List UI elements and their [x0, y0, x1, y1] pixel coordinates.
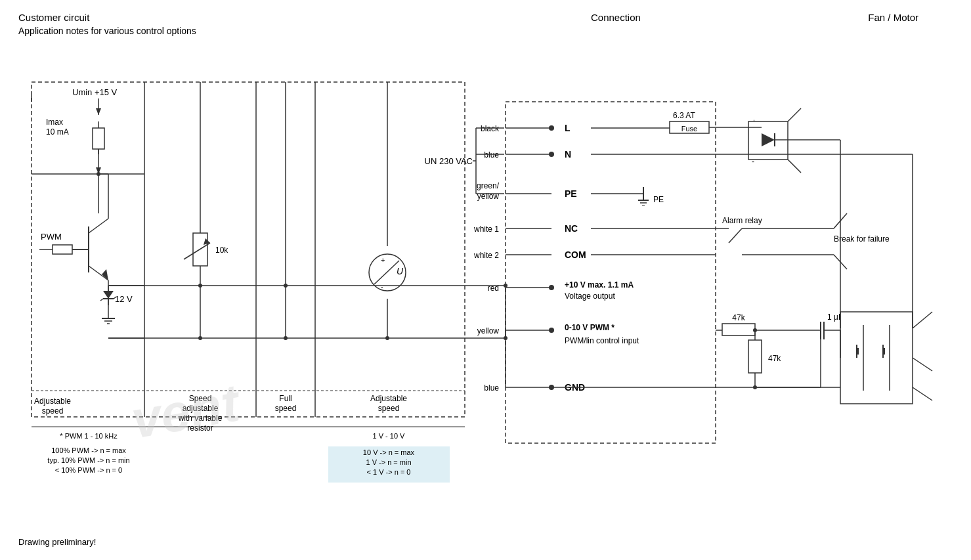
svg-point-24	[97, 172, 100, 176]
col4-label2: speed	[378, 404, 400, 413]
svg-rect-59	[506, 102, 716, 443]
r47k2-label: 47k	[768, 354, 781, 363]
svg-rect-124	[840, 312, 913, 404]
svg-line-132	[913, 358, 932, 371]
wire-black: black	[481, 124, 500, 133]
svg-point-54	[198, 336, 202, 340]
volt-minus: -	[381, 282, 383, 290]
wire-red: red	[488, 284, 499, 293]
svg-line-98	[788, 160, 801, 173]
col2-label3: with variable	[178, 414, 223, 423]
page-title: Customer circuit	[18, 12, 196, 23]
pin-pwm: 0-10 V PWM *	[565, 323, 615, 332]
pin-10v: +10 V max. 1.1 mA	[565, 280, 634, 290]
page-container: Customer circuit Application notes for v…	[0, 0, 971, 560]
svg-point-52	[198, 284, 202, 288]
col1-detail1: 100% PWM -> n = max	[51, 446, 126, 454]
u-label: U	[397, 266, 404, 276]
break-failure-label: Break for failure	[834, 234, 890, 244]
diode-minus: -	[752, 157, 754, 166]
col4-note: 1 V - 10 V	[373, 432, 406, 440]
voltage-output-label: Voltage output	[565, 291, 615, 301]
page-subtitle: Application notes for various control op…	[18, 26, 196, 36]
svg-line-133	[913, 387, 932, 400]
fuse-rating: 6.3 AT	[673, 111, 695, 120]
svg-point-56	[385, 336, 389, 340]
alarm-relay-label: Alarm relay	[722, 216, 762, 225]
r47k1-label: 47k	[732, 313, 745, 322]
svg-point-53	[284, 284, 288, 288]
svg-rect-113	[748, 340, 762, 373]
title-section: Customer circuit Application notes for v…	[18, 12, 196, 36]
col1-note: * PWM 1 - 10 kHz	[60, 432, 118, 440]
imax-value: 10 mA	[46, 127, 69, 137]
svg-marker-7	[96, 108, 101, 115]
pin-PE: PE	[565, 188, 577, 199]
col1-detail3: < 10% PWM -> n = 0	[55, 466, 122, 474]
v12-label: 12 V	[115, 294, 133, 304]
svg-point-61	[549, 125, 554, 131]
wire-green1: green/	[477, 181, 500, 190]
r10k-label: 10k	[215, 246, 228, 255]
svg-point-55	[284, 336, 288, 340]
col3-label2: speed	[275, 404, 297, 413]
col3-label1: Full	[279, 394, 291, 403]
pin-NC: NC	[565, 223, 578, 234]
svg-point-68	[549, 285, 554, 290]
wire-yellow2: yellow	[477, 326, 500, 335]
svg-marker-27	[103, 291, 114, 299]
svg-line-29	[100, 299, 103, 301]
pwm-control-label: PWM/lin control input	[565, 336, 639, 345]
pin-L: L	[565, 123, 571, 133]
volt-plus: +	[381, 256, 385, 264]
pin-COM: COM	[565, 249, 586, 260]
col1-detail2: typ. 10% PWM -> n = min	[47, 456, 129, 464]
svg-point-63	[549, 152, 554, 157]
svg-point-70	[549, 328, 554, 333]
svg-line-19	[89, 219, 108, 233]
col2-label2: adjustable	[183, 404, 219, 413]
col4-detail2: 1 V -> n = min	[366, 458, 411, 466]
un-label: UN 230 VAC	[425, 156, 473, 166]
wire-white1: white 1	[473, 225, 499, 234]
svg-line-97	[788, 108, 801, 121]
wire-white2: white 2	[473, 251, 499, 260]
svg-rect-110	[722, 324, 755, 335]
drawing-note: Drawing preliminary!	[18, 537, 96, 547]
pe-label: PE	[653, 195, 664, 204]
fan-motor-label: Fan / Motor	[868, 12, 918, 23]
wire-yellow: yellow	[477, 192, 500, 201]
svg-rect-9	[93, 128, 104, 149]
svg-marker-21	[102, 269, 108, 280]
imax-label: Imax	[46, 118, 63, 127]
pwm-label: PWM	[41, 232, 62, 242]
col2-label4: resistor	[187, 423, 213, 433]
wire-blue-n: blue	[484, 150, 499, 160]
col1-label: Adjustable	[34, 397, 71, 406]
circuit-diagram: Umin +15 V Imax 10 mA PWM	[13, 36, 959, 535]
svg-point-76	[504, 284, 507, 288]
col4-detail1: 10 V -> n = max	[363, 448, 415, 456]
fuse-label: Fuse	[681, 125, 697, 133]
svg-rect-14	[53, 245, 72, 254]
svg-point-116	[550, 385, 553, 389]
svg-line-102	[729, 228, 742, 243]
pin-N: N	[565, 149, 571, 160]
col4-detail3: < 1 V -> n = 0	[367, 468, 411, 476]
connection-label: Connection	[591, 12, 641, 23]
col2-label1: Speed	[189, 394, 212, 403]
wire-blue-gnd: blue	[484, 383, 499, 393]
svg-line-131	[913, 312, 932, 328]
col1-label2: speed	[42, 406, 64, 416]
umin-label: Umin +15 V	[72, 87, 118, 97]
col4-label1: Adjustable	[370, 394, 407, 403]
